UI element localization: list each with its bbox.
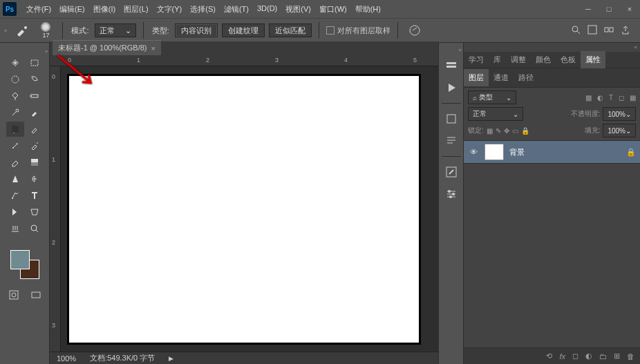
layer-row[interactable]: 👁 背景 🔒	[464, 141, 640, 164]
filter-smart-icon[interactable]: ▦	[630, 94, 636, 102]
lasso-tool[interactable]	[26, 72, 44, 87]
share-icon[interactable]	[621, 25, 630, 36]
layer-fx-icon[interactable]: fx	[559, 352, 565, 361]
visibility-icon[interactable]: 👁	[468, 148, 479, 156]
tab-close-icon[interactable]: ×	[151, 44, 156, 52]
menu-item[interactable]: 3D(D)	[253, 1, 281, 17]
create-texture-button[interactable]: 创建纹理	[222, 23, 265, 37]
toolbox-collapse[interactable]: »	[0, 48, 50, 55]
history-brush-tool[interactable]	[26, 138, 44, 153]
panel-tab[interactable]: 学习	[464, 51, 489, 68]
hand-tool[interactable]	[6, 221, 24, 236]
screenmode-icon[interactable]	[27, 287, 45, 303]
brush-preview[interactable]: 17	[36, 21, 55, 40]
workspace-icon[interactable]	[604, 25, 614, 36]
shape-tool[interactable]	[26, 204, 44, 220]
paragraph-icon[interactable]	[442, 131, 461, 151]
ellipse-marquee-tool[interactable]	[6, 72, 24, 87]
layer-name[interactable]: 背景	[509, 147, 621, 157]
character-icon[interactable]	[442, 109, 461, 128]
brush-tool[interactable]	[26, 122, 44, 137]
blur-tool[interactable]	[6, 171, 24, 186]
menu-item[interactable]: 滤镜(T)	[220, 1, 253, 17]
foreground-swatch[interactable]	[10, 250, 30, 269]
panel-tab[interactable]: 属性	[581, 51, 605, 68]
layer-filter-dropdown[interactable]: ⌕ 类型⌄	[468, 90, 516, 104]
adjustments-icon[interactable]	[442, 184, 461, 204]
tool-preset-icon[interactable]	[12, 21, 32, 40]
history-icon[interactable]	[442, 56, 461, 75]
panel-tab[interactable]: 颜色	[531, 51, 556, 68]
canvas[interactable]	[68, 75, 420, 344]
arrange-icon[interactable]	[587, 25, 597, 36]
menu-item[interactable]: 图层(L)	[120, 1, 152, 17]
menu-item[interactable]: 编辑(E)	[55, 1, 89, 17]
quickmask-icon[interactable]	[5, 287, 23, 303]
layer-mask-icon[interactable]: ◻	[572, 352, 578, 361]
gradient-tool[interactable]	[26, 155, 44, 170]
content-aware-button[interactable]: 内容识别	[175, 23, 218, 37]
dodge-tool[interactable]	[26, 171, 44, 186]
opacity-input[interactable]: 100%⌄	[603, 107, 636, 121]
panel-tab[interactable]: 图层	[464, 69, 489, 86]
menu-item[interactable]: 文件(F)	[22, 1, 55, 17]
menu-item[interactable]: 帮助(H)	[351, 1, 385, 17]
filter-shape-icon[interactable]: ◻	[619, 94, 624, 102]
menu-item[interactable]: 文字(Y)	[153, 1, 187, 17]
fill-input[interactable]: 100%⌄	[603, 124, 636, 137]
close-button[interactable]: ×	[619, 0, 640, 18]
sample-all-layers-checkbox[interactable]: 对所有图层取样	[326, 26, 390, 36]
blend-mode-dropdown[interactable]: 正常⌄	[95, 23, 136, 37]
menu-item[interactable]: 选择(S)	[186, 1, 220, 17]
lock-all-icon[interactable]: 🔒	[521, 127, 529, 135]
zoom-tool[interactable]	[26, 221, 44, 236]
panel-tab[interactable]: 色板	[556, 51, 581, 68]
filter-adjust-icon[interactable]: ◐	[597, 94, 603, 102]
menu-item[interactable]: 图像(I)	[89, 1, 120, 17]
panel-tab[interactable]: 调整	[506, 51, 531, 68]
filter-pixel-icon[interactable]: ▩	[585, 94, 592, 102]
pressure-icon[interactable]	[405, 21, 424, 40]
document-tab[interactable]: 未标题-1 @ 100%(RGB/8) ×	[53, 40, 161, 55]
color-swatches[interactable]	[10, 250, 39, 279]
panel-tab[interactable]: 路径	[514, 69, 538, 86]
proximity-match-button[interactable]: 近似匹配	[269, 23, 312, 37]
move-tool[interactable]	[6, 55, 24, 70]
clone-stamp-tool[interactable]	[6, 138, 24, 153]
minimize-button[interactable]: ─	[578, 0, 599, 18]
new-layer-icon[interactable]: ⊞	[614, 352, 620, 361]
doc-info[interactable]: 文档:549.3K/0 字节	[90, 353, 155, 363]
layer-thumbnail[interactable]	[484, 144, 504, 160]
fill-adjust-icon[interactable]: ◐	[585, 352, 592, 361]
zoom-level[interactable]: 100%	[57, 354, 76, 363]
marquee-tool[interactable]	[26, 55, 44, 70]
lock-brush-icon[interactable]: ✎	[496, 127, 501, 135]
maximize-button[interactable]: □	[599, 0, 619, 18]
filter-type-icon[interactable]: T	[609, 94, 613, 102]
spot-healing-tool[interactable]	[6, 122, 24, 137]
eyedropper-tool[interactable]	[6, 105, 24, 120]
healing-brush-tool[interactable]	[26, 105, 44, 120]
menu-item[interactable]: 视图(V)	[281, 1, 315, 17]
magic-wand-tool[interactable]	[6, 88, 24, 104]
layer-blend-dropdown[interactable]: 正常⌄	[468, 107, 523, 121]
dock-collapse[interactable]: «	[459, 47, 462, 53]
lock-artboard-icon[interactable]: ▭	[512, 127, 518, 135]
lock-position-icon[interactable]: ✥	[504, 127, 509, 135]
pen-tool[interactable]	[6, 188, 24, 203]
menu-item[interactable]: 窗口(W)	[315, 1, 351, 17]
delete-layer-icon[interactable]: 🗑	[627, 352, 634, 361]
type-tool[interactable]	[26, 188, 44, 203]
crop-tool[interactable]	[26, 88, 44, 104]
eraser-tool[interactable]	[6, 155, 24, 170]
brush-settings-icon[interactable]	[442, 162, 461, 182]
play-icon[interactable]	[442, 78, 461, 97]
collapse-chevron[interactable]: «	[4, 28, 7, 34]
search-icon[interactable]	[571, 25, 581, 36]
path-select-tool[interactable]	[6, 204, 24, 220]
panel-tab[interactable]: 库	[489, 51, 506, 68]
link-layers-icon[interactable]: ⟲	[546, 352, 552, 361]
group-icon[interactable]: 🗀	[599, 352, 607, 361]
panel-tab[interactable]: 通道	[489, 69, 514, 86]
lock-pixels-icon[interactable]: ▦	[487, 127, 493, 135]
